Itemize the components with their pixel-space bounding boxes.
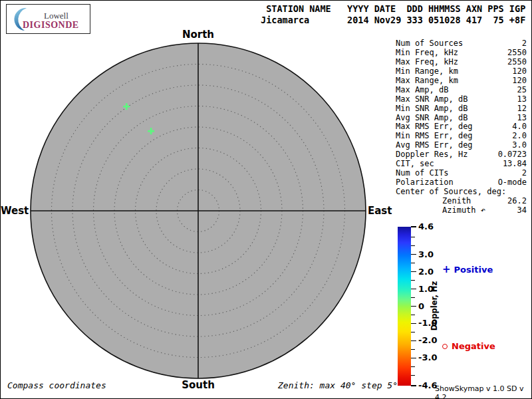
stat-value: 12 <box>517 104 527 114</box>
colorbar-minor-tick <box>411 263 415 264</box>
stat-value: 26.2 <box>507 197 527 206</box>
colorbar-major-tick <box>411 289 416 290</box>
plus-marker-icon: + <box>442 263 451 275</box>
stat-label: Avg RMS Err, deg <box>396 141 473 150</box>
colorbar-minor-tick <box>411 349 415 350</box>
stat-value: 2550 <box>507 49 527 58</box>
stat-row: Max Range, km120 <box>396 76 527 86</box>
stat-value: 2 <box>522 169 527 178</box>
colorbar-major-tick <box>411 385 416 386</box>
stat-label: Min RMS Err, deg <box>396 132 473 141</box>
stat-row: Max Amp, dB25 <box>396 86 527 95</box>
stat-label: Center of Sources, deg: <box>396 188 506 197</box>
stat-row: Azimuth ↶34 <box>396 206 527 215</box>
stat-value: 25 <box>517 86 527 95</box>
doppler-colorbar <box>398 227 411 386</box>
showskymap-window: Lowell DIGISONDE STATION NAME YYYY DATE … <box>0 0 532 399</box>
stats-panel: Num of Sources2Min Freq, kHz2550Max Freq… <box>396 39 527 215</box>
colorbar-major-tick <box>411 226 416 227</box>
coordinates-note: Compass coordinates <box>7 380 106 390</box>
stat-row: Max SNR Amp, dB13 <box>396 95 527 104</box>
compass-label-west: West <box>1 205 29 217</box>
colorbar-tick-label: 0 <box>418 301 424 311</box>
stat-row: Num of Sources2 <box>396 39 527 49</box>
stat-row: Doppler Res, Hz0.0723 <box>396 150 527 160</box>
stat-label: Num of Sources <box>396 39 463 49</box>
stat-value: 2.0 <box>512 132 527 141</box>
stat-row: Max Freq, kHz2550 <box>396 58 527 67</box>
zenith-scale-note: Zenith: max 40° step 5° <box>278 380 398 390</box>
stat-label: Zenith <box>442 197 471 206</box>
stat-row: Min SNR Amp, dB12 <box>396 104 527 114</box>
legend-negative-label: Negative <box>452 341 495 351</box>
colorbar-minor-tick <box>411 332 415 333</box>
stat-value: 13 <box>517 95 527 104</box>
colorbar-axis-label: Doppler, Hz <box>430 253 439 359</box>
stat-value: 120 <box>512 67 527 76</box>
stat-value: 3.0 <box>512 141 527 150</box>
colorbar-major-tick <box>411 306 416 307</box>
colorbar-major-tick <box>411 358 416 359</box>
stat-value: 13.84 <box>503 160 527 169</box>
stat-row: CIT, sec13.84 <box>396 160 527 169</box>
stat-value: O-mode <box>498 178 527 188</box>
colorbar-major-tick <box>411 323 416 325</box>
stat-label: Max Range, km <box>396 76 458 86</box>
colorbar-tick-label: 4.6 <box>418 221 434 231</box>
stat-label: Avg SNR Amp, dB <box>396 114 467 123</box>
stat-label: CIT, sec <box>396 160 434 169</box>
colorbar-minor-tick <box>411 280 415 281</box>
circle-marker-icon <box>442 344 448 349</box>
stat-row: Max RMS Err, deg4.0 <box>396 122 527 132</box>
stat-row: PolarizationO-mode <box>396 178 527 188</box>
stat-label: Max RMS Err, deg <box>396 122 473 132</box>
stat-value: 0.0723 <box>498 150 527 160</box>
stat-value: 34 <box>517 206 527 215</box>
stat-row: Min Range, km120 <box>396 67 527 76</box>
stat-row: Num of CITs2 <box>396 169 527 178</box>
stat-label: Azimuth ↶ <box>442 206 485 215</box>
colorbar-minor-tick <box>411 245 415 247</box>
colorbar-minor-tick <box>411 315 415 316</box>
colorbar-major-tick <box>411 271 416 273</box>
colorbar-minor-tick <box>411 237 415 238</box>
legend-positive: +Positive <box>442 263 493 275</box>
stat-label: Max SNR Amp, dB <box>396 95 467 104</box>
colorbar-minor-tick <box>411 375 415 376</box>
stat-value: 2550 <box>507 58 527 67</box>
stat-label: Num of CITs <box>396 169 448 178</box>
stat-row: Center of Sources, deg: <box>396 188 527 197</box>
stat-value: 120 <box>512 76 527 86</box>
stat-label: Min Range, km <box>396 67 458 76</box>
stat-value: 13 <box>517 114 527 123</box>
stat-label: Doppler Res, Hz <box>396 150 467 160</box>
legend-negative: Negative <box>442 341 495 351</box>
colorbar-major-tick <box>411 340 416 342</box>
stat-label: Min SNR Amp, dB <box>396 104 467 114</box>
stat-label: Polarization <box>396 178 454 188</box>
legend-positive-label: Positive <box>454 265 493 275</box>
stat-value: 2 <box>522 39 527 49</box>
stat-value: 4.0 <box>512 122 527 132</box>
colorbar-minor-tick <box>411 366 415 368</box>
stat-label: Max Freq, kHz <box>396 58 458 67</box>
stat-row: Min Freq, kHz2550 <box>396 49 527 58</box>
stat-row: Zenith26.2 <box>396 197 527 206</box>
stat-label: Max Amp, dB <box>396 86 448 95</box>
stat-row: Avg SNR Amp, dB13 <box>396 114 527 123</box>
version-credit: ShowSkymap v 1.0 SD v 4.2 <box>435 384 531 399</box>
colorbar-minor-tick <box>411 297 415 299</box>
stat-row: Avg RMS Err, deg3.0 <box>396 141 527 150</box>
stat-label: Min Freq, kHz <box>396 49 458 58</box>
colorbar-major-tick <box>411 254 416 255</box>
compass-label-north: North <box>178 29 218 41</box>
stat-row: Min RMS Err, deg2.0 <box>396 132 527 141</box>
compass-label-south: South <box>178 379 218 391</box>
